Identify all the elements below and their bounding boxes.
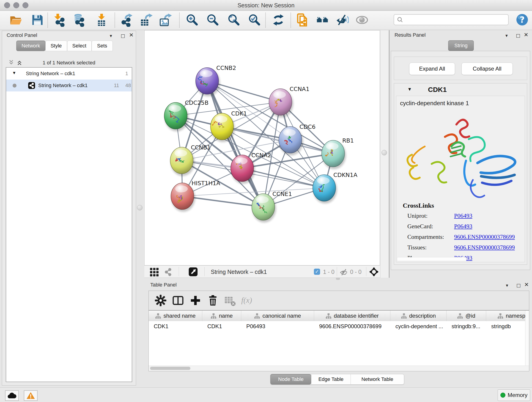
collapse-gene-icon[interactable]: ▼: [407, 87, 412, 92]
export-webpage-icon[interactable]: [296, 13, 309, 27]
float-panel-icon[interactable]: □: [516, 282, 521, 288]
grid-view-icon[interactable]: [149, 268, 159, 277]
add-column-icon[interactable]: [190, 294, 201, 306]
warning-icon[interactable]: [24, 390, 38, 401]
column-header-canonical-name[interactable]: canonical name: [241, 311, 314, 321]
network-edge-count: 48: [125, 83, 131, 89]
import-network-icon[interactable]: [54, 13, 67, 27]
search-input[interactable]: [405, 15, 508, 24]
birds-eye-view-icon[interactable]: [188, 267, 198, 277]
tab-style[interactable]: Style: [45, 41, 67, 51]
home-pages-icon[interactable]: [316, 13, 329, 27]
tab-edge-table[interactable]: Edge Table: [311, 374, 351, 385]
tab-node-table[interactable]: Node Table: [270, 374, 311, 385]
status-bar: Memory: [0, 387, 532, 402]
results-splitter[interactable]: [389, 30, 389, 278]
network-status-dot: [13, 84, 17, 88]
tab-sets[interactable]: Sets: [92, 41, 113, 51]
network-list-toolbar: 1 of 1 Network selected: [2, 57, 136, 68]
column-header-description[interactable]: description: [390, 311, 447, 321]
crosslink-row: Tissues:9606.ENSP00000378699: [396, 244, 525, 255]
zoom-selected-icon[interactable]: [248, 13, 261, 27]
table-panel: Table Panel ▾ □ ✕ f(x) shared namenameca…: [144, 279, 532, 387]
crosslink-link[interactable]: P06493: [454, 212, 472, 219]
network-row[interactable]: String Network – cdk1 11 48: [6, 80, 132, 91]
float-menu-icon[interactable]: ▾: [506, 282, 508, 288]
crosslink-link[interactable]: P06493: [454, 223, 472, 230]
table-toolbar: f(x): [149, 291, 529, 311]
gene-description: cyclin-dependent kinase 1: [400, 100, 469, 107]
apply-layout-icon[interactable]: [272, 13, 285, 27]
memory-button[interactable]: Memory: [498, 389, 530, 401]
export-network-icon[interactable]: [120, 13, 133, 27]
tab-select[interactable]: Select: [67, 41, 92, 51]
close-panel-icon[interactable]: ✕: [524, 32, 528, 38]
close-panel-icon[interactable]: ✕: [129, 32, 133, 38]
results-scrollbar[interactable]: [397, 257, 466, 261]
string-view-icon[interactable]: [164, 268, 173, 277]
network-canvas[interactable]: CCNB2CCNA1CDC25BCDK1CDC6RB1CCNB1CCNA2CDK…: [144, 30, 380, 265]
help-icon[interactable]: ?: [516, 13, 528, 26]
import-table-icon[interactable]: [95, 13, 108, 27]
zoom-out-icon[interactable]: [206, 13, 220, 27]
crosslink-link[interactable]: 9606.ENSP00000378699: [454, 244, 515, 251]
cloud-icon[interactable]: [5, 390, 19, 401]
network-graph[interactable]: CCNB2CCNA1CDC25BCDK1CDC6RB1CCNB1CCNA2CDK…: [145, 31, 380, 265]
column-header--id[interactable]: @id: [447, 311, 486, 321]
left-splitter-handle[interactable]: [137, 205, 143, 211]
hide-selected-icon[interactable]: [336, 13, 349, 27]
table-hscrollbar[interactable]: [149, 366, 529, 371]
toolbar-separator: [265, 13, 266, 28]
cytoscape-window: { "window": {"title": "Session: New Sess…: [0, 0, 532, 402]
float-menu-icon[interactable]: ▾: [110, 33, 112, 39]
show-all-icon[interactable]: [355, 13, 369, 27]
zoom-in-icon[interactable]: [186, 13, 199, 27]
collapse-collection-icon[interactable]: ▼: [12, 70, 16, 75]
tab-string[interactable]: String: [448, 40, 474, 51]
open-icon[interactable]: [9, 13, 22, 27]
close-panel-icon[interactable]: ✕: [524, 282, 529, 288]
expand-all-button[interactable]: Expand All: [409, 63, 455, 75]
import-database-icon[interactable]: [73, 13, 87, 27]
expand-collapse-bar: Expand All Collapse All: [394, 57, 527, 80]
search-field[interactable]: [394, 14, 509, 25]
export-image-icon[interactable]: [159, 13, 172, 27]
column-header-database-identifier[interactable]: database identifier: [314, 311, 390, 321]
float-menu-icon[interactable]: ▾: [505, 32, 508, 38]
gene-details: cyclin-dependent kinase 1 CrossLinks Uni…: [396, 96, 525, 262]
network-node-count: 11: [114, 83, 119, 89]
svg-text:RB1: RB1: [342, 137, 354, 144]
selected-nodes-checkbox[interactable]: ✓: [314, 269, 320, 275]
zoom-fit-icon[interactable]: [227, 13, 241, 27]
control-panel: Control Panel ▾ □ ✕ NetworkStyleSelectSe…: [2, 31, 136, 385]
select-columns-icon[interactable]: [172, 294, 184, 306]
table-options-gear-icon[interactable]: [155, 294, 167, 306]
collection-count: 1: [125, 70, 128, 77]
svg-text:CDK1: CDK1: [231, 110, 247, 117]
export-table-icon[interactable]: [140, 13, 153, 27]
svg-text:CDC6: CDC6: [299, 123, 316, 130]
float-panel-icon[interactable]: □: [516, 32, 520, 38]
float-panel-icon[interactable]: □: [121, 33, 125, 39]
svg-text:CDKN1A: CDKN1A: [333, 172, 357, 178]
hidden-eye-icon[interactable]: [340, 268, 348, 277]
table-row[interactable]: CDK1CDK1P064939606.ENSP00000378699cyclin…: [149, 321, 526, 332]
column-header-name[interactable]: name: [202, 311, 241, 321]
tab-network-table[interactable]: Network Table: [351, 374, 404, 385]
table-header-row: shared namenamecanonical namedatabase id…: [149, 311, 526, 321]
table-vscrollbar[interactable]: [525, 311, 529, 366]
collapse-all-button[interactable]: Collapse All: [462, 63, 513, 75]
network-collection-row[interactable]: ▼ String Network – cdk1 1: [6, 68, 132, 80]
title-bar: Session: New Session: [0, 0, 532, 11]
right-splitter-handle[interactable]: [381, 150, 387, 155]
delete-column-icon[interactable]: [207, 294, 219, 306]
fit-selected-crosshair-icon[interactable]: [369, 267, 379, 277]
toolbar-separator: [114, 13, 115, 28]
tab-network[interactable]: Network: [16, 41, 45, 51]
table-hscroll-thumb[interactable]: [150, 367, 190, 370]
table-cell: CDK1: [202, 323, 241, 330]
column-header-shared-name[interactable]: shared name: [149, 311, 202, 321]
crosslink-link[interactable]: 9606.ENSP00000378699: [454, 234, 515, 240]
save-icon[interactable]: [31, 13, 44, 27]
column-header-namespace[interactable]: namespace: [486, 311, 526, 321]
